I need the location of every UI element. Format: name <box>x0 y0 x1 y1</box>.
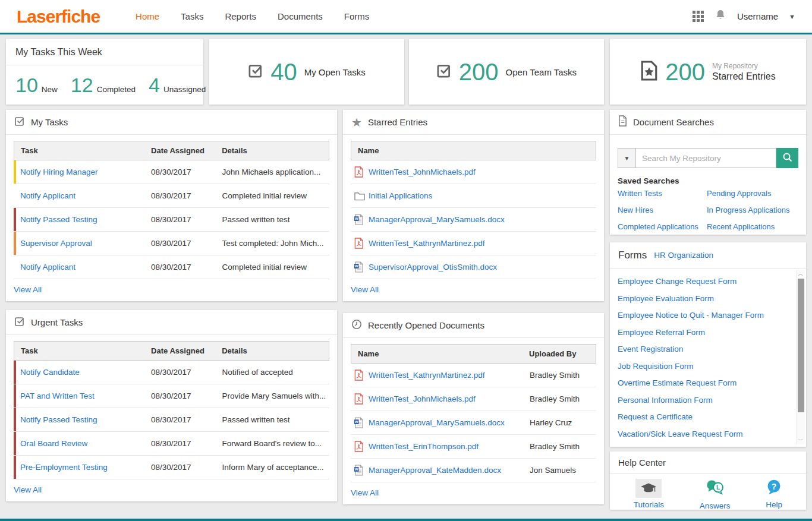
help-button[interactable]: ? Help <box>766 479 782 510</box>
saved-search-link[interactable]: Written Tests <box>618 189 707 198</box>
svg-text:?: ? <box>772 482 777 491</box>
answers-button[interactable]: L Answers <box>700 479 731 510</box>
starred-label: Starred Entries <box>712 71 776 83</box>
chat-bubbles-icon: L <box>705 479 725 499</box>
document-link[interactable]: SupervisorApproval_OtisSmith.docx <box>369 263 497 271</box>
document-link[interactable]: Initial Applications <box>369 191 432 200</box>
chevron-down-icon[interactable]: ▼ <box>789 13 795 20</box>
footer-accent-bar <box>0 519 812 521</box>
document-link[interactable]: ManagerApproval_MarySamuels.docx <box>369 215 505 224</box>
search-button[interactable] <box>776 148 798 168</box>
document-link[interactable]: ManagerApproval_KateMadden.docx <box>369 466 501 475</box>
pdf-file-icon <box>351 238 369 249</box>
list-item: WSupervisorApproval_OtisSmith.docx <box>351 255 596 279</box>
list-item: Initial Applications <box>351 184 596 208</box>
saved-search-link[interactable]: Pending Approvals <box>707 189 798 198</box>
main-nav: HomeTasksReportsDocumentsForms <box>136 11 369 21</box>
search-options-dropdown[interactable]: ▼ <box>618 148 635 168</box>
username-menu[interactable]: Username <box>737 11 778 21</box>
team-tasks-count: 200 <box>459 59 499 86</box>
view-all-link[interactable]: View All <box>351 285 379 294</box>
view-all-link[interactable]: View All <box>14 485 42 494</box>
task-link[interactable]: Notify Passed Testing <box>20 215 97 224</box>
form-link[interactable]: Vacation/Sick Leave Request Form <box>618 430 789 438</box>
view-all-link[interactable]: View All <box>351 488 379 497</box>
scroll-up-icon[interactable]: ︿ <box>798 270 804 278</box>
my-open-tasks-card[interactable]: 40 My Open Tasks <box>209 39 404 105</box>
nav-item-reports[interactable]: Reports <box>225 11 256 21</box>
nav-item-forms[interactable]: Forms <box>344 11 370 21</box>
scroll-down-icon[interactable]: ﹀ <box>798 436 804 444</box>
task-link[interactable]: Notify Hiring Manager <box>20 168 98 176</box>
list-item: WrittenTest_KathrynMartinez.pdfBradley S… <box>351 364 596 387</box>
table-row: Notify Candidate08/30/2017Notified of ac… <box>14 361 329 384</box>
stat-new: 10New <box>15 74 58 97</box>
document-searches-panel: Document Searches ▼ Saved Searches Writt… <box>610 110 806 235</box>
star-icon: ★ <box>351 116 362 128</box>
document-link[interactable]: WrittenTest_JohnMichaels.pdf <box>369 394 476 403</box>
saved-search-link[interactable]: Completed Applications <box>618 222 707 231</box>
form-link[interactable]: Event Registration <box>618 345 789 353</box>
nav-item-documents[interactable]: Documents <box>278 11 323 21</box>
table-row: Notify Passed Testing08/30/2017Passed wr… <box>14 208 329 232</box>
pdf-file-icon <box>351 166 369 178</box>
form-link[interactable]: Personal Information Form <box>618 396 789 405</box>
task-link[interactable]: Notify Candidate <box>20 368 80 377</box>
form-link[interactable]: Request a Certificate <box>618 412 789 421</box>
task-details: Passed written test <box>222 415 329 424</box>
open-team-tasks-card[interactable]: 200 Open Team Tasks <box>409 39 604 105</box>
form-link[interactable]: Overtime Estimate Request Form <box>618 378 789 387</box>
task-link[interactable]: Notify Applicant <box>20 191 75 200</box>
document-icon <box>618 115 627 129</box>
open-tasks-count: 40 <box>270 59 297 86</box>
hr-organization-link[interactable]: HR Organization <box>654 251 713 260</box>
document-link[interactable]: WrittenTest_KathrynMartinez.pdf <box>369 371 485 380</box>
panel-title: Urgent Tasks <box>31 317 83 327</box>
document-link[interactable]: WrittenTest_ErinThompson.pdf <box>369 442 479 451</box>
saved-search-link[interactable]: Recent Applications <box>707 222 798 231</box>
task-details: Completed initial review <box>222 263 329 271</box>
document-link[interactable]: ManagerApproval_MarySamuels.docx <box>369 418 505 427</box>
document-link[interactable]: WrittenTest_KathrynMartinez.pdf <box>369 239 485 248</box>
panel-title: Starred Entries <box>368 117 427 127</box>
table-row: Notify Applicant08/30/2017Completed init… <box>14 255 329 279</box>
checkbox-icon <box>436 63 452 81</box>
nav-item-tasks[interactable]: Tasks <box>181 11 203 21</box>
task-link[interactable]: PAT and Written Test <box>20 391 95 400</box>
task-details: Test completed: John Mich... <box>222 239 329 248</box>
table-header: Task Date Assigned Details <box>14 341 329 361</box>
my-tasks-panel: My Tasks Task Date Assigned Details Noti… <box>6 110 337 301</box>
saved-search-link[interactable]: In Progress Applications <box>707 206 798 214</box>
form-link[interactable]: Employee Change Request Form <box>618 277 789 286</box>
tutorials-button[interactable]: Tutorials <box>634 479 664 510</box>
document-link[interactable]: WrittenTest_JohnMichaels.pdf <box>369 168 476 176</box>
task-link[interactable]: Supervisor Approval <box>20 239 92 248</box>
form-link[interactable]: Employee Evaluation Form <box>618 294 789 303</box>
task-link[interactable]: Notify Applicant <box>20 263 75 271</box>
form-link[interactable]: Employee Notice to Quit - Manager Form <box>618 311 789 320</box>
task-link[interactable]: Notify Passed Testing <box>20 415 97 424</box>
list-header: Name <box>351 141 596 160</box>
saved-search-link[interactable]: New Hires <box>618 206 707 214</box>
task-link[interactable]: Oral Board Review <box>20 439 87 448</box>
starred-sup-label: My Repository <box>712 62 776 71</box>
form-link[interactable]: Job Requisition Form <box>618 362 789 371</box>
forms-scrollbar[interactable]: ︿ ﹀ <box>796 270 805 444</box>
list-item: WManagerApproval_MarySamuels.docx <box>351 208 596 232</box>
checkbox-icon <box>14 316 25 329</box>
task-date: 08/30/2017 <box>151 215 222 224</box>
scrollbar-thumb[interactable] <box>798 279 804 412</box>
checkbox-icon <box>248 63 263 81</box>
forms-panel: Forms HR Organization Employee Change Re… <box>610 242 806 447</box>
apps-grid-icon[interactable] <box>693 11 704 22</box>
nav-item-home[interactable]: Home <box>136 11 159 21</box>
search-input[interactable] <box>635 148 776 168</box>
task-link[interactable]: Pre-Employment Testing <box>20 463 108 472</box>
priority-flag <box>14 432 16 455</box>
bell-icon[interactable] <box>715 9 726 24</box>
form-link[interactable]: Employee Referral Form <box>618 328 789 337</box>
starred-entries-card[interactable]: 200 My Repository Starred Entries <box>610 39 806 105</box>
view-all-link[interactable]: View All <box>14 285 42 294</box>
task-details: Provide Mary Samuels with... <box>222 391 329 400</box>
card-title: My Tasks This Week <box>15 47 102 58</box>
